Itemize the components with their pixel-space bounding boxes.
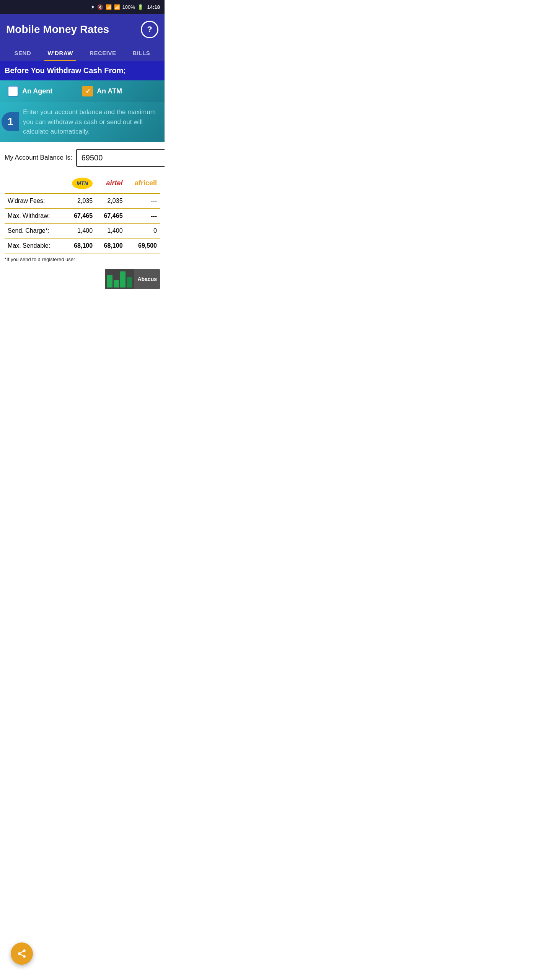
signal-icon: 📶 xyxy=(114,4,120,10)
cell-mtn-max-withdraw: 67,465 xyxy=(64,208,96,223)
cell-airtel-send-charge: 1,400 xyxy=(96,223,126,238)
cell-africell-max-withdraw: --- xyxy=(126,208,160,223)
step-number: 1 xyxy=(2,112,19,131)
tab-wdraw[interactable]: W'DRAW xyxy=(44,45,76,61)
svg-point-2 xyxy=(23,955,26,958)
africell-logo: africell xyxy=(135,179,157,187)
svg-line-4 xyxy=(20,951,23,953)
row-label-send-charge: Send. Charge*: xyxy=(5,223,64,238)
mute-icon: 🔇 xyxy=(97,4,103,10)
instruction-box: 1 Enter your account balance and the max… xyxy=(0,102,165,142)
agent-checkbox-item[interactable]: An Agent xyxy=(8,86,82,96)
clock: 14:18 xyxy=(147,4,160,10)
cell-airtel-max-withdraw: 67,465 xyxy=(96,208,126,223)
help-button[interactable]: ? xyxy=(141,21,158,38)
cell-mtn-wdraw-fees: 2,035 xyxy=(64,193,96,209)
svg-point-0 xyxy=(23,949,26,952)
row-label-max-withdraw: Max. Withdraw: xyxy=(5,208,64,223)
agent-label: An Agent xyxy=(22,87,52,95)
abacus-logo-section: Abacus xyxy=(0,265,165,293)
tab-bar: SEND W'DRAW RECEIVE BILLS xyxy=(6,45,158,61)
col-header-mtn: MTN xyxy=(64,174,96,193)
cell-africell-wdraw-fees: --- xyxy=(126,193,160,209)
share-icon xyxy=(17,949,27,959)
instruction-text: Enter your account balance and the maxim… xyxy=(19,102,165,142)
row-label-max-sendable: Max. Sendable: xyxy=(5,238,64,253)
rates-table-section: MTN airtel africell W'draw Fees: 2,035 2… xyxy=(0,174,165,253)
bottom-spacer xyxy=(0,293,165,339)
table-row: Max. Sendable: 68,100 68,100 69,500 xyxy=(5,238,160,253)
status-bar: ✷ 🔇 📶 📶 100% 🔋 14:18 xyxy=(0,0,165,14)
atm-label: An ATM xyxy=(97,87,122,95)
tab-bills[interactable]: BILLS xyxy=(130,45,153,61)
table-row: W'draw Fees: 2,035 2,035 --- xyxy=(5,193,160,209)
rates-table: MTN airtel africell W'draw Fees: 2,035 2… xyxy=(5,174,160,253)
airtel-logo: airtel xyxy=(106,179,123,187)
row-label-wdraw-fees: W'draw Fees: xyxy=(5,193,64,209)
abacus-bar-4 xyxy=(127,277,132,287)
svg-point-1 xyxy=(18,952,21,955)
balance-section: My Account Balance Is: xyxy=(0,142,165,174)
cell-mtn-max-sendable: 68,100 xyxy=(64,238,96,253)
cell-airtel-wdraw-fees: 2,035 xyxy=(96,193,126,209)
abacus-bar-3 xyxy=(120,271,126,287)
cell-mtn-send-charge: 1,400 xyxy=(64,223,96,238)
col-header-label xyxy=(5,174,64,193)
abacus-label: Abacus xyxy=(134,274,160,284)
svg-line-3 xyxy=(20,954,23,956)
table-row: Send. Charge*: 1,400 1,400 0 xyxy=(5,223,160,238)
balance-label: My Account Balance Is: xyxy=(5,154,72,162)
tab-send[interactable]: SEND xyxy=(11,45,34,61)
abacus-bar-2 xyxy=(114,280,119,287)
cell-airtel-max-sendable: 68,100 xyxy=(96,238,126,253)
col-header-airtel: airtel xyxy=(96,174,126,193)
table-header-row: MTN airtel africell xyxy=(5,174,160,193)
abacus-bar-1 xyxy=(107,275,112,287)
bluetooth-icon: ✷ xyxy=(91,4,95,10)
app-header: Mobile Money Rates ? SEND W'DRAW RECEIVE… xyxy=(0,14,165,61)
abacus-chart xyxy=(105,269,134,289)
cell-africell-max-sendable: 69,500 xyxy=(126,238,160,253)
wifi-icon: 📶 xyxy=(106,4,112,10)
col-header-africell: africell xyxy=(126,174,160,193)
agent-checkbox[interactable] xyxy=(8,86,18,96)
app-title: Mobile Money Rates xyxy=(6,23,109,36)
section-header: Before You Withdraw Cash From; xyxy=(0,61,165,80)
abacus-brand: Abacus xyxy=(105,269,160,289)
share-fab[interactable] xyxy=(11,942,33,965)
balance-input[interactable] xyxy=(76,149,165,167)
mtn-logo: MTN xyxy=(72,178,93,189)
battery-percent: 100% xyxy=(122,4,135,10)
table-row: Max. Withdraw: 67,465 67,465 --- xyxy=(5,208,160,223)
footnote: *If you send to a registered user xyxy=(0,253,165,265)
atm-checkbox-item[interactable]: An ATM xyxy=(82,86,157,96)
cell-africell-send-charge: 0 xyxy=(126,223,160,238)
atm-checkbox[interactable] xyxy=(82,86,93,96)
battery-icon: 🔋 xyxy=(137,4,143,10)
tab-receive[interactable]: RECEIVE xyxy=(86,45,119,61)
withdrawal-type-selector: An Agent An ATM xyxy=(0,80,165,102)
